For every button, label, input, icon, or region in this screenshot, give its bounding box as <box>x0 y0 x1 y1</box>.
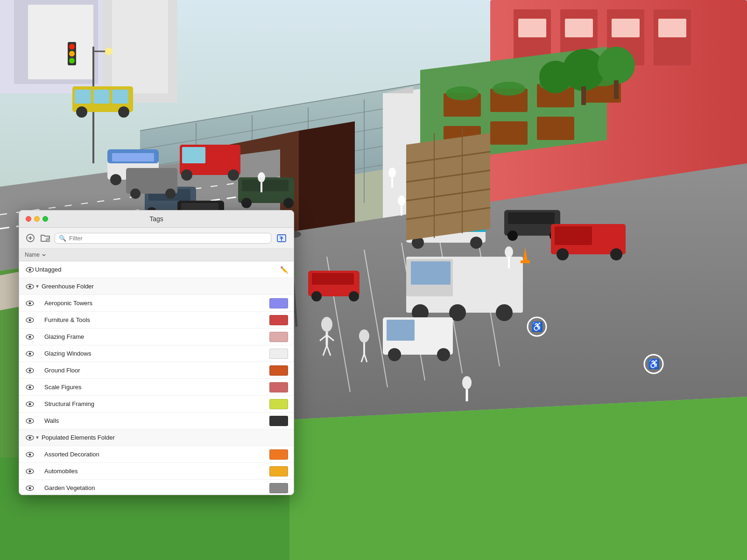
svg-point-110 <box>311 291 322 301</box>
svg-point-128 <box>557 248 569 260</box>
svg-point-203 <box>29 420 31 422</box>
svg-rect-45 <box>581 86 586 105</box>
panel-titlebar: Tags <box>19 210 294 228</box>
svg-rect-12 <box>565 19 593 37</box>
svg-text:♿: ♿ <box>648 358 660 370</box>
svg-point-117 <box>496 304 513 321</box>
tag-row-greenhouse-folder[interactable]: ▼Greenhouse Folder <box>19 278 294 295</box>
tag-row-glazing-windows[interactable]: Glazing Windows <box>19 345 294 362</box>
folder-arrow-populated-elements-folder[interactable]: ▼ <box>35 435 40 440</box>
svg-point-147 <box>359 329 369 343</box>
tag-row-walls[interactable]: Walls <box>19 413 294 429</box>
visibility-toggle-aeroponic-towers[interactable] <box>25 298 35 308</box>
visibility-toggle-scale-figures[interactable] <box>25 382 35 392</box>
color-swatch-structural-framing[interactable] <box>269 399 288 409</box>
visibility-toggle-assorted-decoration[interactable] <box>25 449 35 460</box>
edit-icon-untagged[interactable]: ✏️ <box>280 266 288 273</box>
close-button[interactable] <box>26 216 31 222</box>
color-swatch-assorted-decoration[interactable] <box>269 449 288 460</box>
svg-point-111 <box>349 291 359 301</box>
color-swatch-ground-floor[interactable] <box>269 365 288 376</box>
svg-rect-114 <box>411 261 451 285</box>
tag-row-structural-framing[interactable]: Structural Framing <box>19 396 294 413</box>
svg-point-157 <box>398 196 405 206</box>
svg-rect-11 <box>518 19 546 37</box>
window-controls <box>26 216 48 222</box>
name-column-header[interactable]: Name <box>25 252 288 258</box>
svg-point-129 <box>610 248 622 260</box>
maximize-button[interactable] <box>42 216 48 222</box>
svg-rect-78 <box>75 90 91 104</box>
color-swatch-aeroponic-towers[interactable] <box>269 298 288 308</box>
export-button[interactable] <box>275 231 288 245</box>
visibility-toggle-glazing-windows[interactable] <box>25 349 35 359</box>
visibility-toggle-structural-framing[interactable] <box>25 399 35 409</box>
color-swatch-automobiles[interactable] <box>269 466 288 476</box>
visibility-toggle-glazing-frame[interactable] <box>25 332 35 342</box>
svg-point-197 <box>29 369 31 371</box>
svg-point-141 <box>321 317 332 332</box>
svg-rect-79 <box>93 90 110 104</box>
tag-row-ground-floor[interactable]: Ground Floor <box>19 362 294 379</box>
svg-point-86 <box>110 174 121 185</box>
color-swatch-garden-vegetation[interactable] <box>269 483 288 493</box>
svg-point-189 <box>29 302 31 304</box>
svg-point-211 <box>29 487 31 489</box>
minimize-button[interactable] <box>34 216 40 222</box>
color-swatch-walls[interactable] <box>269 416 288 426</box>
tag-label-glazing-windows: Glazing Windows <box>44 350 269 357</box>
svg-point-155 <box>388 168 396 178</box>
add-tag-button[interactable] <box>25 232 36 244</box>
svg-point-159 <box>505 246 513 258</box>
svg-point-195 <box>29 352 31 355</box>
tag-row-furniture-tools[interactable]: Furniture & Tools <box>19 312 294 329</box>
svg-point-38 <box>446 86 479 100</box>
visibility-toggle-automobiles[interactable] <box>25 466 35 476</box>
svg-rect-13 <box>612 19 640 37</box>
tag-row-garden-vegetation[interactable]: Garden Vegetation <box>19 480 294 495</box>
tag-row-aeroponic-towers[interactable]: Aeroponic Towers <box>19 295 294 312</box>
visibility-toggle-greenhouse-folder[interactable] <box>25 281 35 292</box>
column-header: Name <box>19 249 294 261</box>
svg-rect-3 <box>28 5 93 79</box>
tag-row-automobiles[interactable]: Automobiles <box>19 463 294 480</box>
visibility-toggle-garden-vegetation[interactable] <box>25 483 35 493</box>
tag-row-untagged[interactable]: Untagged✏️ <box>19 261 294 278</box>
svg-point-92 <box>228 169 239 181</box>
svg-point-39 <box>493 82 525 96</box>
folder-arrow-greenhouse-folder[interactable]: ▼ <box>35 284 40 289</box>
add-folder-button[interactable] <box>40 232 51 244</box>
svg-point-153 <box>258 172 265 182</box>
svg-rect-85 <box>112 153 154 161</box>
svg-point-74 <box>69 44 75 49</box>
tag-row-glazing-frame[interactable]: Glazing Frame <box>19 329 294 345</box>
svg-rect-36 <box>490 121 528 145</box>
visibility-toggle-furniture-tools[interactable] <box>25 315 35 325</box>
svg-rect-14 <box>658 19 686 37</box>
filter-input[interactable] <box>69 235 267 242</box>
svg-point-187 <box>29 285 31 287</box>
filter-input-wrap[interactable]: 🔍 <box>55 233 271 244</box>
svg-point-161 <box>462 376 472 389</box>
color-swatch-glazing-windows[interactable] <box>269 349 288 359</box>
svg-rect-102 <box>242 180 289 191</box>
svg-rect-119 <box>387 320 415 341</box>
svg-point-124 <box>507 231 518 241</box>
tag-label-populated-elements-folder: Populated Elements Folder <box>42 434 288 441</box>
svg-point-81 <box>76 106 87 118</box>
svg-point-207 <box>29 453 31 455</box>
svg-text:♿: ♿ <box>531 321 543 332</box>
tag-row-populated-elements-folder[interactable]: ▼Populated Elements Folder <box>19 429 294 446</box>
svg-point-205 <box>29 436 31 439</box>
visibility-toggle-walls[interactable] <box>25 416 35 426</box>
color-swatch-furniture-tools[interactable] <box>269 315 288 325</box>
color-swatch-glazing-frame[interactable] <box>269 332 288 342</box>
visibility-toggle-ground-floor[interactable] <box>25 365 35 376</box>
color-swatch-scale-figures[interactable] <box>269 382 288 392</box>
svg-point-82 <box>118 106 129 118</box>
tag-row-assorted-decoration[interactable]: Assorted Decoration <box>19 446 294 463</box>
tag-row-scale-figures[interactable]: Scale Figures <box>19 379 294 396</box>
search-icon: 🔍 <box>59 235 66 242</box>
visibility-toggle-untagged[interactable] <box>25 265 35 275</box>
visibility-toggle-populated-elements-folder[interactable] <box>25 433 35 443</box>
